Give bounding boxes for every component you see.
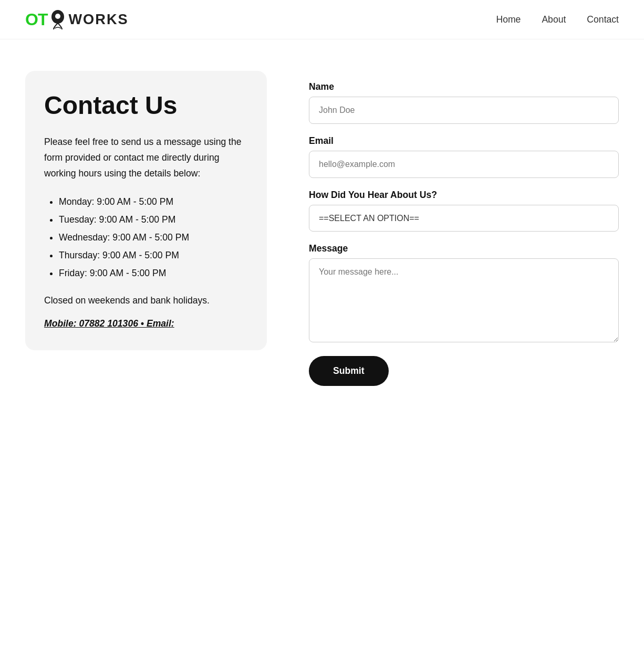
nav-about[interactable]: About bbox=[542, 14, 566, 25]
name-input[interactable] bbox=[309, 97, 619, 124]
message-group: Message bbox=[309, 243, 619, 342]
contact-description: Please feel free to send us a message us… bbox=[44, 134, 248, 182]
name-label: Name bbox=[309, 81, 619, 92]
contact-links: Mobile: 07882 101306 • Email: bbox=[44, 318, 248, 329]
email-group: Email bbox=[309, 135, 619, 178]
logo-works: WORKS bbox=[68, 11, 128, 28]
list-item: Thursday: 9:00 AM - 5:00 PM bbox=[59, 248, 248, 263]
list-item: Wednesday: 9:00 AM - 5:00 PM bbox=[59, 230, 248, 245]
hear-select[interactable]: ==SELECT AN OPTION== Google Social Media… bbox=[309, 205, 619, 232]
contact-info-panel: Contact Us Please feel free to send us a… bbox=[25, 71, 267, 350]
submit-button[interactable]: Submit bbox=[309, 356, 389, 386]
message-textarea[interactable] bbox=[309, 258, 619, 342]
hours-list: Monday: 9:00 AM - 5:00 PM Tuesday: 9:00 … bbox=[44, 194, 248, 281]
nav-contact[interactable]: Contact bbox=[587, 14, 619, 25]
logo-ot: OT bbox=[25, 10, 47, 29]
list-item: Monday: 9:00 AM - 5:00 PM bbox=[59, 194, 248, 209]
main-nav: Home About Contact bbox=[496, 14, 619, 25]
email-label: Email bbox=[309, 135, 619, 146]
hear-label: How Did You Hear About Us? bbox=[309, 190, 619, 201]
contact-form-panel: Name Email How Did You Hear About Us? ==… bbox=[309, 71, 619, 386]
hear-group: How Did You Hear About Us? ==SELECT AN O… bbox=[309, 190, 619, 232]
message-label: Message bbox=[309, 243, 619, 254]
logo-icon bbox=[49, 9, 66, 29]
contact-title: Contact Us bbox=[44, 92, 248, 120]
name-group: Name bbox=[309, 81, 619, 124]
main-content: Contact Us Please feel free to send us a… bbox=[0, 39, 644, 417]
logo: OT WORKS bbox=[25, 9, 129, 29]
svg-point-1 bbox=[55, 14, 60, 19]
closed-note: Closed on weekends and bank holidays. bbox=[44, 293, 248, 308]
nav-home[interactable]: Home bbox=[496, 14, 521, 25]
site-header: OT WORKS Home About Contact bbox=[0, 0, 644, 39]
email-input[interactable] bbox=[309, 151, 619, 178]
list-item: Friday: 9:00 AM - 5:00 PM bbox=[59, 266, 248, 280]
list-item: Tuesday: 9:00 AM - 5:00 PM bbox=[59, 212, 248, 227]
